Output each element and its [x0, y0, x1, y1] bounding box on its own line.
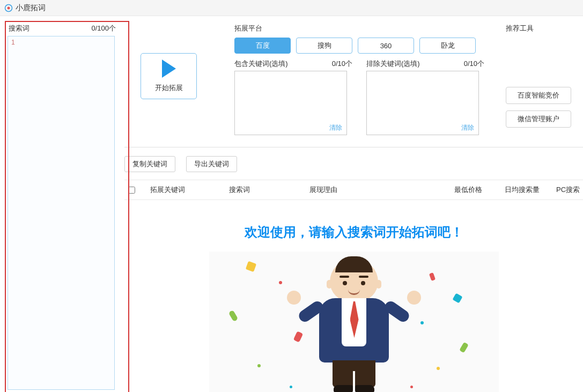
- export-keywords-button[interactable]: 导出关键词: [186, 156, 237, 172]
- search-label: 搜索词: [9, 24, 29, 33]
- col-search-kw: 搜索词: [222, 185, 302, 195]
- exclude-kw-label: 排除关键词(选填): [366, 59, 420, 69]
- exclude-kw-count: 0/10个: [464, 59, 484, 69]
- copy-keywords-button[interactable]: 复制关键词: [124, 156, 175, 172]
- col-reason: 展现理由: [302, 185, 441, 195]
- welcome-text: 欢迎使用，请输入搜索词开始拓词吧！: [124, 224, 583, 241]
- app-icon: [4, 4, 13, 12]
- exclude-kw-clear[interactable]: 清除: [461, 123, 474, 132]
- col-expand-kw: 拓展关键词: [138, 185, 222, 195]
- welcome-illustration: [209, 252, 499, 392]
- start-expand-button[interactable]: 开始拓展: [141, 53, 197, 99]
- platform-tab-360[interactable]: 360: [358, 38, 414, 54]
- tool-wechat-account[interactable]: 微信管理账户: [506, 110, 571, 128]
- play-icon: [162, 60, 176, 78]
- right-panel: 开始拓展 拓展平台 百度 搜狗 360 卧龙 包含关键词(选填) 0/10个: [124, 16, 583, 392]
- search-count: 0/100个: [91, 24, 116, 33]
- col-min-price: 最低价格: [441, 185, 495, 195]
- app-title: 小鹿拓词: [16, 3, 46, 13]
- col-daily-search: 日均搜索量: [495, 185, 549, 195]
- search-panel: 搜索词 0/100个 1: [0, 16, 124, 392]
- col-pc-search: PC搜索: [549, 185, 581, 195]
- include-kw-clear[interactable]: 清除: [329, 123, 342, 132]
- line-number: 1: [11, 39, 19, 387]
- title-bar: 小鹿拓词: [0, 0, 583, 16]
- include-kw-count: 0/10个: [332, 59, 352, 69]
- exclude-kw-textarea[interactable]: 清除: [366, 71, 479, 135]
- platforms-label: 拓展平台: [234, 24, 484, 33]
- tools-label: 推荐工具: [506, 24, 571, 33]
- platform-tab-baidu[interactable]: 百度: [234, 38, 291, 54]
- search-textarea[interactable]: 1: [8, 36, 115, 390]
- tool-baidu-bidding[interactable]: 百度智能竞价: [506, 87, 571, 104]
- welcome-section: 欢迎使用，请输入搜索词开始拓词吧！: [124, 200, 583, 392]
- platform-tab-sogou[interactable]: 搜狗: [296, 38, 352, 54]
- svg-point-1: [8, 6, 10, 9]
- include-kw-textarea[interactable]: 清除: [234, 71, 347, 135]
- include-kw-label: 包含关键词(选填): [234, 59, 288, 69]
- start-button-label: 开始拓展: [155, 83, 183, 93]
- platform-tab-wolong[interactable]: 卧龙: [419, 38, 476, 54]
- select-all-checkbox[interactable]: [128, 187, 135, 194]
- results-table-header: 拓展关键词 搜索词 展现理由 最低价格 日均搜索量 PC搜索: [124, 180, 583, 200]
